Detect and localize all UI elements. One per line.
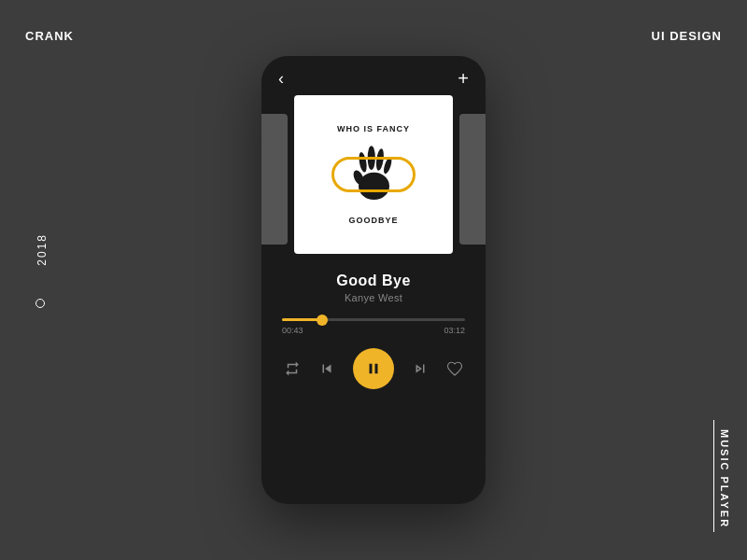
add-button[interactable]: + (458, 69, 469, 88)
repeat-button[interactable] (284, 360, 301, 377)
time-total: 03:12 (444, 326, 465, 335)
music-player-label: MUSIC PLAYER (719, 429, 730, 528)
ui-label: UI DESIGN (652, 29, 722, 43)
progress-knob[interactable] (317, 315, 328, 326)
circle-indicator (35, 299, 45, 308)
phone-mockup: ‹ + WHO IS FANCY (261, 56, 486, 504)
album-side-left (261, 114, 288, 245)
right-decorative-line (713, 420, 714, 532)
album-text-bottom: GOODBYE (348, 216, 398, 225)
controls-row (261, 339, 486, 389)
time-current: 00:43 (282, 326, 303, 335)
hand-container (317, 137, 430, 212)
album-text-top: WHO IS FANCY (337, 124, 410, 133)
pill-shape (331, 157, 416, 192)
brand-name: CRANK (25, 29, 74, 43)
song-artist: Kanye West (345, 292, 402, 303)
album-art: WHO IS FANCY (294, 95, 453, 254)
next-button[interactable] (412, 360, 429, 377)
album-area: WHO IS FANCY (261, 95, 486, 263)
progress-container[interactable]: 00:43 03:12 (261, 303, 486, 339)
album-side-right (459, 114, 486, 245)
prev-button[interactable] (318, 360, 335, 377)
time-labels: 00:43 03:12 (282, 321, 465, 335)
heart-button[interactable] (446, 360, 463, 377)
top-bar: ‹ + (261, 56, 486, 95)
year-label: 2018 (35, 233, 49, 266)
progress-bar-track[interactable] (282, 318, 465, 321)
song-title: Good Bye (336, 273, 411, 289)
play-pause-button[interactable] (353, 348, 394, 389)
back-button[interactable]: ‹ (278, 70, 284, 87)
